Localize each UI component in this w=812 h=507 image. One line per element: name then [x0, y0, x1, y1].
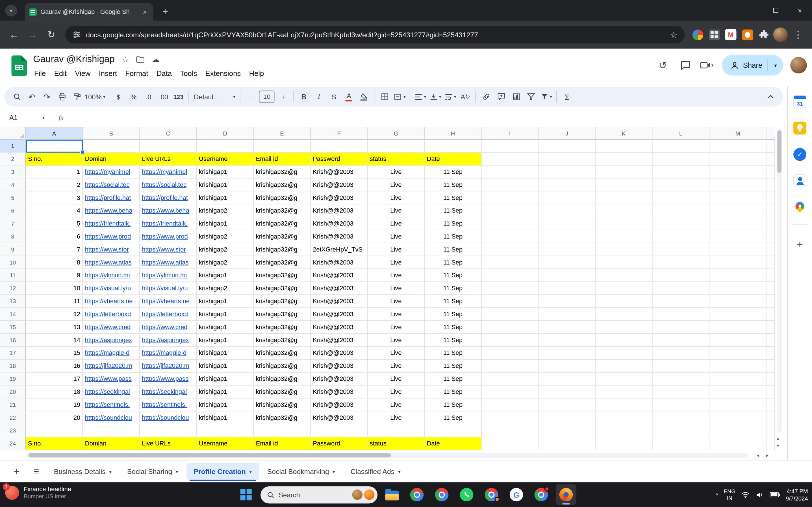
live-url-link[interactable]: https://profile.hat: [140, 191, 197, 205]
all-sheets-icon[interactable]: ≡: [27, 462, 46, 481]
extension-pinwheel-icon[interactable]: [690, 27, 706, 42]
taskbar-chrome-button[interactable]: [432, 485, 452, 505]
cell[interactable]: [653, 191, 710, 205]
cell[interactable]: [482, 153, 539, 166]
live-url-link[interactable]: https://seekingal: [140, 386, 197, 399]
cell-password[interactable]: Krish@@2003: [311, 386, 368, 399]
domain-link[interactable]: https://www.pass: [83, 373, 140, 386]
cell-status[interactable]: Live: [367, 398, 425, 411]
v-scroll-thumb[interactable]: [777, 130, 781, 173]
domain-link[interactable]: https://maggie-d: [83, 347, 140, 360]
domain-link[interactable]: https://visual.ly/u: [83, 282, 140, 295]
cell[interactable]: [539, 230, 596, 243]
cell[interactable]: [425, 424, 482, 437]
cell-date[interactable]: 11 Sep: [425, 191, 482, 205]
cell[interactable]: [596, 424, 653, 437]
cell[interactable]: [311, 140, 368, 153]
cell[interactable]: [709, 437, 766, 450]
menu-file[interactable]: File: [30, 68, 50, 79]
cell[interactable]: [539, 243, 596, 256]
move-folder-icon[interactable]: [136, 56, 144, 63]
back-icon[interactable]: ←: [5, 26, 22, 44]
cell[interactable]: [596, 217, 653, 230]
cell-sno[interactable]: 16: [26, 360, 83, 373]
calendar-icon[interactable]: 31: [793, 95, 806, 108]
sheet-tab-profile-creation[interactable]: Profile Creation▾: [187, 463, 259, 480]
clock[interactable]: 4:47 PM 9/7/2024: [786, 487, 808, 502]
select-all-corner[interactable]: [0, 127, 26, 140]
domain-link[interactable]: https://myanimel: [83, 166, 140, 179]
cell[interactable]: [482, 334, 539, 347]
cell-password[interactable]: Krish@@2003: [311, 321, 368, 334]
cell[interactable]: [766, 295, 775, 308]
cell[interactable]: [766, 282, 775, 295]
cell[interactable]: [482, 217, 539, 230]
row-header-5[interactable]: 5: [0, 191, 26, 205]
column-header-I[interactable]: I: [482, 127, 539, 140]
cell[interactable]: [709, 153, 766, 166]
domain-link[interactable]: https://letterboxd: [83, 308, 140, 321]
cell[interactable]: [709, 295, 766, 308]
more-formats-icon[interactable]: 123: [171, 90, 186, 104]
text-color-icon[interactable]: A: [341, 90, 356, 104]
cell[interactable]: [653, 334, 710, 347]
cell-status[interactable]: Live: [367, 243, 425, 256]
scroll-right-icon[interactable]: ▸: [766, 452, 768, 458]
cell[interactable]: [482, 347, 539, 360]
cell-password[interactable]: Krish@@2003: [311, 373, 368, 386]
cell-password[interactable]: Krish@@2003: [311, 347, 368, 360]
add-sheet-icon[interactable]: +: [7, 462, 26, 481]
sheet-tab-business-details[interactable]: Business Details▾: [47, 463, 119, 480]
cell[interactable]: [197, 424, 254, 437]
cell[interactable]: [766, 347, 775, 360]
hidden-icons-chevron[interactable]: ^: [716, 492, 718, 497]
redo-icon[interactable]: ↷: [39, 90, 54, 104]
cell[interactable]: [766, 217, 775, 230]
cell[interactable]: [709, 360, 766, 373]
cell-username[interactable]: krishigap1: [197, 178, 254, 191]
domain-link[interactable]: https://jlfa2020.m: [83, 360, 140, 373]
cell[interactable]: [539, 347, 596, 360]
cell[interactable]: [653, 243, 710, 256]
cloud-saved-icon[interactable]: ☁: [152, 54, 159, 64]
insert-chart-icon[interactable]: [509, 90, 523, 104]
cell[interactable]: [709, 386, 766, 399]
live-url-link[interactable]: https://aspiringex: [140, 334, 197, 347]
row-header-1[interactable]: 1: [0, 140, 26, 153]
domain-link[interactable]: https://aspiringex: [83, 334, 140, 347]
cell-email[interactable]: krishigap32@g: [254, 178, 311, 191]
cell-sno[interactable]: 5: [26, 217, 83, 230]
cell-username[interactable]: krishigap2: [197, 256, 254, 269]
live-url-link[interactable]: https://www.cred: [140, 321, 197, 334]
cell[interactable]: [766, 230, 775, 243]
column-header-G[interactable]: G: [367, 127, 425, 140]
cell-sno[interactable]: 18: [26, 386, 83, 399]
cell-status[interactable]: Live: [367, 191, 425, 205]
cell[interactable]: [653, 321, 710, 334]
live-url-link[interactable]: https://jlfa2020.m: [140, 360, 197, 373]
header-cell[interactable]: Live URLs: [140, 153, 197, 166]
cell-username[interactable]: krishigap1: [197, 360, 254, 373]
keep-icon[interactable]: [793, 122, 806, 135]
browser-profile-avatar[interactable]: [773, 27, 788, 42]
taskbar-chrome-button[interactable]: [531, 485, 552, 505]
scroll-up-icon[interactable]: ▴: [777, 436, 779, 441]
cell-sno[interactable]: 13: [26, 321, 83, 334]
cell[interactable]: [653, 386, 710, 399]
sheet-tab-social-sharing[interactable]: Social Sharing▾: [120, 463, 185, 480]
column-header-F[interactable]: F: [311, 127, 368, 140]
cell[interactable]: [596, 282, 653, 295]
cell-date[interactable]: 11 Sep: [425, 373, 482, 386]
cell-email[interactable]: krishigap32@g: [254, 398, 311, 411]
cell[interactable]: [539, 282, 596, 295]
cell-email[interactable]: krishigap32@g: [254, 308, 311, 321]
cell[interactable]: [596, 398, 653, 411]
cell[interactable]: [653, 373, 710, 386]
cell[interactable]: [596, 191, 653, 205]
column-header-E[interactable]: E: [254, 127, 311, 140]
cell[interactable]: [766, 205, 775, 217]
header-cell[interactable]: Date: [425, 437, 482, 450]
cell-date[interactable]: 11 Sep: [425, 411, 482, 424]
live-url-link[interactable]: https://social.tec: [140, 178, 197, 191]
cell-email[interactable]: krishigap32@g: [254, 230, 311, 243]
